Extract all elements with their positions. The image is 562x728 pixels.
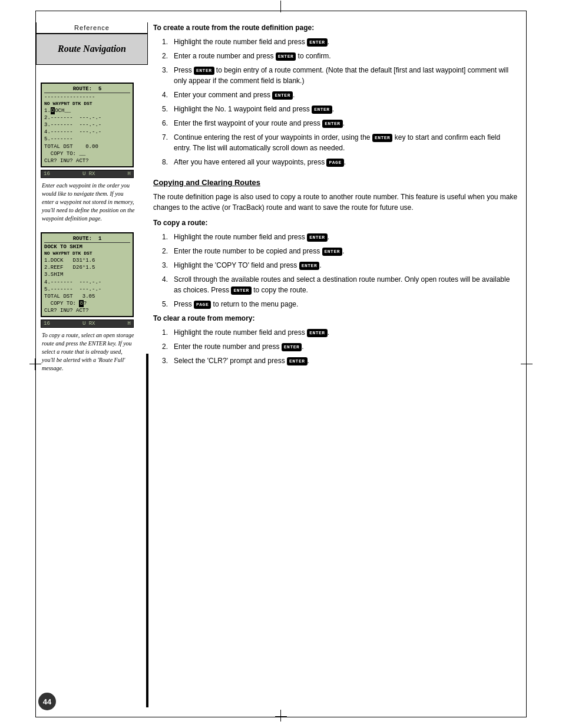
main-content: To create a route from the route definit… xyxy=(153,24,518,371)
page-badge: PAGE xyxy=(194,301,211,309)
enter-badge: ENTER xyxy=(307,38,328,47)
enter-badge: ENTER xyxy=(194,67,214,75)
copy-clear-heading: Copying and Clearing Routes xyxy=(153,178,518,187)
step-5: 5. Highlight the No. 1 waypoint field an… xyxy=(162,104,518,114)
clear-step-3: 3. Select the 'CLR?' prompt and press EN… xyxy=(162,355,518,366)
enter-badge: ENTER xyxy=(272,91,293,100)
screen1-container: ROUTE: 5 ---------------- NO WAYPNT DTK … xyxy=(41,83,148,223)
screen1-caption: Enter each waypoint in the order you wou… xyxy=(42,182,136,223)
enter-badge: ENTER xyxy=(372,134,393,142)
create-route-heading: To create a route from the route definit… xyxy=(153,24,518,32)
copy-step-1: 1. Highlight the route number field and … xyxy=(162,232,518,242)
lcd-screen-2: ROUTE: 1 DOCK TO SHIM NO WAYPNT DTK DST … xyxy=(41,232,134,317)
screen2-container: ROUTE: 1 DOCK TO SHIM NO WAYPNT DTK DST … xyxy=(41,232,148,373)
step-3: 3. Press ENTER to begin entry of a route… xyxy=(162,65,518,86)
clear-step-2: 2. Enter the route number and press ENTE… xyxy=(162,341,518,352)
copy-route-heading: To copy a route: xyxy=(153,219,518,227)
reference-tab: Reference xyxy=(36,22,148,34)
section-title: Route Navigation xyxy=(42,43,141,55)
screen1-bottom-bar: 16 U RX H xyxy=(41,170,134,178)
enter-badge: ENTER xyxy=(299,262,320,270)
enter-badge: ENTER xyxy=(312,106,332,114)
page-badge: PAGE xyxy=(326,159,343,167)
step-1: 1. Highlight the route number field and … xyxy=(162,37,518,47)
enter-badge: ENTER xyxy=(307,329,328,337)
route-nav-box: Route Navigation xyxy=(36,34,148,65)
page-number: 44 xyxy=(38,693,56,710)
clear-route-steps: 1. Highlight the route number field and … xyxy=(162,327,518,366)
screen1-title: ROUTE: 5 xyxy=(44,85,130,93)
create-route-steps: 1. Highlight the route number field and … xyxy=(162,37,518,167)
enter-badge: ENTER xyxy=(287,357,308,365)
crosshair-right-center xyxy=(521,358,533,370)
clear-step-1: 1. Highlight the route number field and … xyxy=(162,327,518,338)
lcd-screen-1: ROUTE: 5 ---------------- NO WAYPNT DTK … xyxy=(41,83,134,167)
sidebar: Reference Route Navigation ROUTE: 5 ----… xyxy=(36,11,148,717)
copy-step-5: 5. Press PAGE to return to the menu page… xyxy=(162,299,518,309)
enter-badge: ENTER xyxy=(282,343,302,351)
copy-step-3: 3. Highlight the 'COPY TO' field and pre… xyxy=(162,260,518,271)
copy-step-4: 4. Scroll through the available routes a… xyxy=(162,274,518,295)
enter-badge: ENTER xyxy=(322,120,343,128)
screen2-caption: To copy a route, select an open storage … xyxy=(42,331,136,373)
reference-label: Reference xyxy=(74,24,110,31)
enter-badge: ENTER xyxy=(276,52,296,61)
enter-badge: ENTER xyxy=(322,248,343,256)
clear-route-heading: To clear a route from memory: xyxy=(153,314,518,322)
enter-badge: ENTER xyxy=(231,286,252,295)
step-6: 6. Enter the first waypoint of your rout… xyxy=(162,118,518,129)
copy-route-steps: 1. Highlight the route number field and … xyxy=(162,232,518,309)
copy-step-2: 2. Enter the route number to be copied a… xyxy=(162,246,518,256)
crosshair-top-center xyxy=(275,5,287,17)
screen2-bottom-bar: 16 U RX H xyxy=(41,319,134,328)
enter-badge: ENTER xyxy=(307,233,328,242)
step-2: 2. Enter a route number and press ENTER … xyxy=(162,51,518,61)
step-7: 7. Continue entering the rest of your wa… xyxy=(162,132,518,153)
screen2-title: ROUTE: 1 xyxy=(44,235,130,243)
left-accent-bar xyxy=(146,354,148,707)
copy-clear-intro: The route definition page is also used t… xyxy=(153,192,518,213)
crosshair-bottom-center xyxy=(275,711,287,723)
step-8: 8. After you have entered all your waypo… xyxy=(162,157,518,167)
step-4: 4. Enter your comment and press ENTER. xyxy=(162,90,518,100)
